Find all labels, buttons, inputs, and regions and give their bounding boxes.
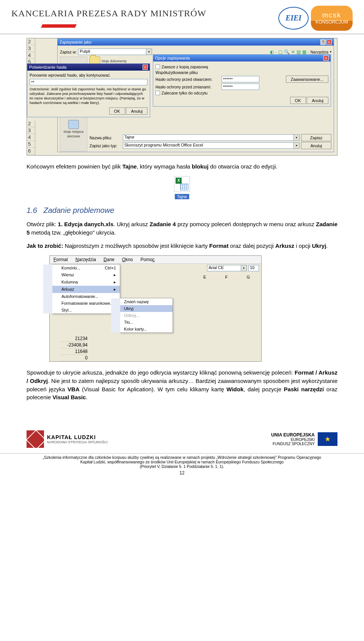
smi-rename[interactable]: Zmień nazwę — [111, 298, 173, 305]
star-icon — [27, 430, 44, 448]
chevron-down-icon: ▾ — [294, 134, 300, 141]
excel-file-icon-block: X Tajne — [27, 176, 337, 199]
menu-bar: FFormatormat NarzędziaNarzędzia DaneDane… — [50, 256, 261, 264]
back-icon[interactable]: ◐ — [270, 49, 274, 55]
chevron-down-icon: ▾ — [330, 50, 331, 54]
label-filename: Nazwa pliku: — [89, 135, 121, 140]
chevron-right-icon: ▸ — [114, 280, 116, 285]
place-network[interactable]: Moje miejsca sieciowe — [62, 120, 85, 138]
page-header: KANCELARIA PREZESA RADY MINISTRÓW EIEI m… — [0, 0, 364, 34]
dropdown-filetype[interactable]: Skoroszyt programu Microsoft Office Exce… — [123, 142, 300, 149]
smi-hide[interactable]: Ukryj — [111, 305, 173, 312]
mi-arkusz[interactable]: Arkusz▸ — [43, 286, 120, 293]
cancel-button[interactable]: Anuluj — [301, 142, 331, 149]
file-label: Tajne — [175, 194, 189, 199]
warning-text: Ostrzeżenie: Jeśli zgubisz lub zapomnisz… — [30, 87, 147, 105]
font-name-dropdown[interactable]: Arial CE — [207, 265, 241, 271]
ok-button[interactable]: OK — [290, 97, 306, 104]
logo-kapital-ludzki: KAPITAŁ LUDZKI NARODOWA STRATEGIA SPÓJNO… — [27, 430, 108, 448]
chevron-down-icon: ▾ — [146, 49, 152, 55]
smi-background[interactable]: Tło... — [111, 319, 173, 326]
header-title: KANCELARIA PREZESA RADY MINISTRÓW — [11, 8, 278, 19]
menu-format[interactable]: FFormatormat — [50, 256, 72, 263]
label-password-open: Hasło ochrony przed otwarciem: — [155, 77, 220, 82]
dropdown-save-in[interactable]: Pulpit ▾ — [78, 49, 154, 55]
label-password-modify: Hasło ochrony przed zmianami: — [155, 85, 220, 89]
prompt-text: Ponownie wprowadź hasło, aby kontynuować… — [30, 73, 147, 77]
chevron-down-icon: ▾ — [241, 265, 247, 271]
label-filetype: Zapisz jako typ: — [89, 143, 121, 148]
paragraph-task: Otwórz plik: 1. Edycja danych.xls. Ukryj… — [27, 220, 337, 237]
paragraph-result: Końcowym efektem powinien być plik Tajne… — [27, 162, 337, 171]
paragraph-howto: Jak to zrobić: Najprostszym z możliwych … — [27, 242, 337, 250]
logo-eu: UNIA EUROPEJSKA EUROPEJSKI FUNDUSZ SPOŁE… — [271, 432, 337, 446]
polish-flag-icon — [42, 21, 76, 28]
views-icon[interactable]: ▦ — [302, 49, 306, 55]
toolbar-icons[interactable]: ◐ · ▢ 🔍 ✕ ▤ ▦ — [270, 49, 306, 55]
cancel-button[interactable]: Anuluj — [126, 107, 147, 115]
smi-unhide: Odkryj... — [111, 312, 173, 319]
screenshot-save-dialogs: 2 3 4 5 2 3 4 5 6 Zapisywanie jako ? × — [27, 38, 337, 156]
chevron-down-icon: ▾ — [294, 142, 300, 149]
footer-note: „Szkolenia informatyczne dla członków ko… — [0, 453, 364, 470]
menu-data[interactable]: DaneDane — [100, 256, 118, 263]
help-icon[interactable]: ? — [320, 39, 326, 45]
chevron-right-icon: ▸ — [114, 287, 116, 292]
mi-style[interactable]: Styl... — [43, 307, 120, 313]
checkbox-readonly[interactable]: Zalecane tylko do odczytu — [155, 91, 328, 95]
new-folder-icon[interactable]: ▤ — [297, 49, 301, 55]
menu-tools[interactable]: NarzędziaNarzędzia — [72, 256, 100, 263]
dialog-title: Potwierdzanie hasła — [29, 65, 66, 69]
save-button[interactable]: Zapisz — [301, 134, 331, 141]
close-icon[interactable]: × — [326, 39, 332, 45]
paragraph-vba: Spowoduje to ukrycie arkusza, jednakże d… — [27, 369, 337, 402]
label-save-in: Zapisz w: — [60, 50, 77, 54]
network-icon — [68, 120, 79, 129]
dropdown-format: Komórki...Ctrl+1 Wiersz▸ Kolumna▸ Arkusz… — [52, 264, 120, 314]
menu-window[interactable]: OknoOkno — [118, 256, 137, 263]
chevron-right-icon: ▸ — [114, 272, 116, 277]
dialog-confirm-password: Potwierdzanie hasła × Ponownie wprowadź … — [27, 63, 150, 117]
ok-button[interactable]: OK — [109, 107, 125, 115]
logo-mcsk: mcsk KONSORCJUM — [311, 6, 353, 31]
mi-autoformat[interactable]: Autoformatowanie... — [43, 293, 120, 300]
up-icon[interactable]: ▢ — [278, 49, 282, 55]
checkbox-backup[interactable]: Zawsze z kopią zapasową — [155, 65, 328, 69]
close-icon[interactable]: × — [143, 65, 148, 70]
smi-tabcolor[interactable]: Kolor karty... — [111, 326, 173, 332]
heading-1-6: 1.6 Zadanie problemowe — [27, 206, 337, 215]
footer-logos: KAPITAŁ LUDZKI NARODOWA STRATEGIA SPÓJNO… — [0, 428, 364, 450]
excel-icon: X — [174, 176, 190, 192]
row-numbers-bottom: 2 3 4 5 6 — [27, 120, 35, 155]
input-password-modify[interactable] — [221, 83, 259, 90]
dialog-title: Opcje zapisywania — [155, 56, 190, 60]
dialog-save-options: Opcje zapisywania × Zawsze z kopią zapas… — [153, 54, 331, 107]
close-icon[interactable]: × — [323, 55, 329, 61]
mi-conditional[interactable]: Formatowanie warunkowe... — [43, 300, 120, 307]
delete-icon[interactable]: ✕ — [291, 49, 295, 55]
tools-dropdown[interactable]: Narzędzia — [311, 50, 328, 54]
font-size-dropdown[interactable]: 10 — [248, 265, 259, 271]
row-numbers-top: 2 3 4 5 — [27, 38, 35, 67]
column-headers: E F G — [203, 275, 250, 279]
advanced-button[interactable]: Zaawansowane... — [286, 76, 328, 83]
page-number: 12 — [0, 470, 364, 476]
input-password-open[interactable] — [221, 76, 259, 82]
dialog-title: Zapisywanie jako — [60, 40, 91, 44]
input-filename[interactable]: Tajne ▾ — [123, 134, 300, 141]
logo-ei: EIEI — [278, 7, 309, 30]
cancel-button[interactable]: Anuluj — [307, 97, 328, 104]
menu-help[interactable]: PomocPomoc — [136, 256, 158, 263]
worksheet-values: 21234 -23408,94 11648 0 — [50, 335, 88, 361]
submenu-arkusz: Zmień nazwę Ukryj Odkryj... Tło... Kolor… — [120, 298, 173, 333]
search-icon[interactable]: 🔍 — [284, 49, 290, 55]
mi-wiersz[interactable]: Wiersz▸ — [43, 271, 120, 279]
input-confirm-password[interactable] — [30, 79, 147, 85]
eu-flag-icon: ★ — [318, 432, 337, 446]
mi-kolumna[interactable]: Kolumna▸ — [43, 279, 120, 286]
font-controls: Arial CE▾ 10 — [207, 265, 259, 271]
group-share-label: Współużytkowanie pliku — [155, 70, 328, 75]
screenshot-format-menu: FFormatormat NarzędziaNarzędzia DaneDane… — [49, 255, 262, 362]
mi-komorki[interactable]: Komórki...Ctrl+1 — [43, 265, 120, 271]
